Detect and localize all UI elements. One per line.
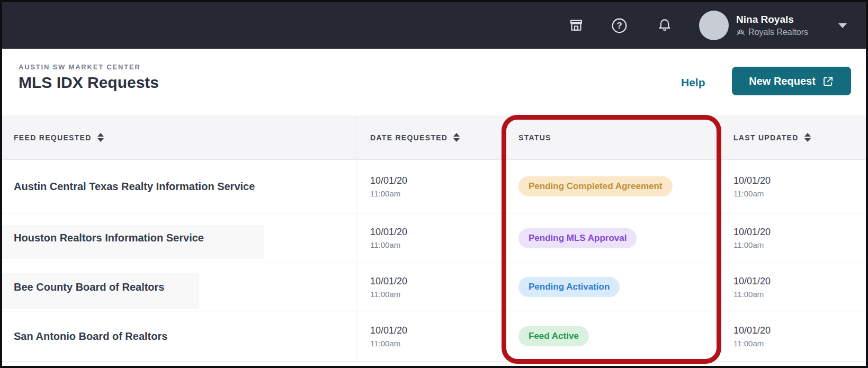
date-requested: 10/01/20 <box>370 276 407 287</box>
time-updated: 11:00am <box>733 290 764 299</box>
new-request-label: New Request <box>749 75 816 87</box>
time-updated: 11:00am <box>733 339 764 348</box>
page-header: AUSTIN SW MARKET CENTER MLS IDX Requests… <box>2 49 866 115</box>
cell-last-updated: 10/01/20 11:00am <box>721 311 866 361</box>
cell-last-updated: 10/01/20 11:00am <box>721 263 866 311</box>
feed-name: San Antonio Board of Realtors <box>14 330 167 343</box>
user-name: Nina Royals <box>736 14 808 25</box>
table-row[interactable]: Bee County Board of Realtors 10/01/20 11… <box>2 263 866 311</box>
new-request-button[interactable]: New Request <box>732 67 851 95</box>
column-label: STATUS <box>518 133 551 142</box>
status-badge: Pending Completed Agreement <box>518 176 673 196</box>
cell-date-requested: 10/01/20 11:00am <box>356 311 488 361</box>
external-link-icon <box>822 75 834 87</box>
cell-feed-requested: Bee County Board of Realtors <box>2 263 356 311</box>
date-updated: 10/01/20 <box>733 175 771 186</box>
time-updated: 11:00am <box>733 240 764 249</box>
column-header-feed-requested[interactable]: FEED REQUESTED <box>2 115 356 159</box>
date-updated: 10/01/20 <box>733 325 771 336</box>
cell-status: Feed Active <box>488 311 721 361</box>
table-row[interactable]: Austin Central Texas Realty Information … <box>2 160 866 213</box>
cell-date-requested: 10/01/20 11:00am <box>356 213 488 263</box>
time-requested: 11:00am <box>370 339 400 348</box>
column-header-status: STATUS <box>488 115 721 159</box>
cell-feed-requested: Houston Realtors Information Service <box>2 213 356 263</box>
app-window: ? Nina Royals Royals Realtors <box>0 0 868 368</box>
time-requested: 11:00am <box>370 290 400 299</box>
column-label: DATE REQUESTED <box>370 133 448 142</box>
help-icon[interactable]: ? <box>611 17 628 34</box>
chevron-down-icon[interactable] <box>838 23 847 28</box>
status-badge: Feed Active <box>518 326 589 346</box>
time-requested: 11:00am <box>370 240 400 249</box>
cell-date-requested: 10/01/20 11:00am <box>356 263 488 311</box>
user-org-line: Royals Realtors <box>736 28 808 37</box>
sort-icon[interactable] <box>97 133 104 142</box>
cell-status: Pending Completed Agreement <box>488 160 721 213</box>
feed-name: Bee County Board of Realtors <box>14 281 164 293</box>
date-updated: 10/01/20 <box>733 227 771 238</box>
date-requested: 10/01/20 <box>370 325 407 336</box>
team-icon <box>736 29 745 37</box>
column-label: FEED REQUESTED <box>14 133 92 142</box>
table-body: Austin Central Texas Realty Information … <box>2 160 866 362</box>
cell-status: Pending Activation <box>488 263 721 311</box>
help-link[interactable]: Help <box>681 76 705 89</box>
svg-text:?: ? <box>616 20 622 31</box>
user-organization: Royals Realtors <box>748 28 808 37</box>
notifications-bell-icon[interactable] <box>657 17 673 33</box>
table-header-row: FEED REQUESTED DATE REQUESTED STATUS LAS… <box>2 115 866 160</box>
marketplace-icon[interactable] <box>568 17 584 33</box>
cell-status: Pending MLS Approval <box>488 213 721 263</box>
feed-name: Austin Central Texas Realty Information … <box>14 181 255 193</box>
top-nav-bar: ? Nina Royals Royals Realtors <box>2 2 866 49</box>
date-updated: 10/01/20 <box>733 276 771 287</box>
cell-date-requested: 10/01/20 11:00am <box>356 160 488 213</box>
sort-icon[interactable] <box>453 133 460 142</box>
status-badge: Pending MLS Approval <box>518 228 637 248</box>
column-header-date-requested[interactable]: DATE REQUESTED <box>356 115 488 159</box>
time-updated: 11:00am <box>733 189 764 198</box>
user-menu[interactable]: Nina Royals Royals Realtors <box>736 14 808 37</box>
time-requested: 11:00am <box>370 189 400 198</box>
cell-last-updated: 10/01/20 11:00am <box>721 213 866 263</box>
page-title: MLS IDX Requests <box>19 74 159 92</box>
date-requested: 10/01/20 <box>370 227 407 238</box>
column-label: LAST UPDATED <box>733 133 799 142</box>
user-avatar[interactable] <box>699 11 729 40</box>
cell-feed-requested: Austin Central Texas Realty Information … <box>2 160 356 213</box>
feed-name: Houston Realtors Information Service <box>14 232 204 244</box>
breadcrumb-market-center: AUSTIN SW MARKET CENTER <box>19 63 141 71</box>
cell-last-updated: 10/01/20 11:00am <box>721 160 866 213</box>
table-row[interactable]: Houston Realtors Information Service 10/… <box>2 213 866 263</box>
sort-icon[interactable] <box>804 133 811 142</box>
cell-feed-requested: San Antonio Board of Realtors <box>2 311 356 361</box>
table-row[interactable]: San Antonio Board of Realtors 10/01/20 1… <box>2 311 866 362</box>
status-badge: Pending Activation <box>518 277 620 297</box>
date-requested: 10/01/20 <box>370 175 407 186</box>
column-header-last-updated[interactable]: LAST UPDATED <box>721 115 866 159</box>
